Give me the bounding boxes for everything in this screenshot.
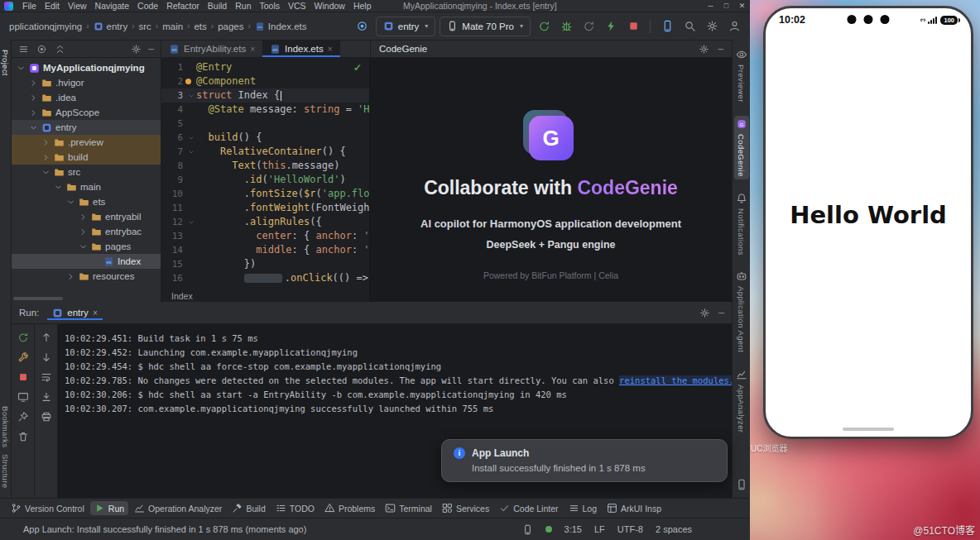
line-number[interactable]: 15 <box>161 257 188 271</box>
tree-item-hvigor[interactable]: .hvigor <box>12 75 161 90</box>
expand-arrow-icon[interactable] <box>54 183 63 192</box>
toolwindow-run[interactable]: Run <box>90 501 128 515</box>
project-view-icon[interactable] <box>18 44 29 55</box>
stripe-previewer[interactable]: Previewer <box>734 46 749 105</box>
expand-arrow-icon[interactable] <box>79 227 88 237</box>
run-rerun-icon[interactable] <box>17 332 29 343</box>
close-button[interactable]: ✕ <box>734 2 750 10</box>
connected-device-icon[interactable] <box>522 524 533 535</box>
app-launch-notification[interactable]: i App Launch Install successfully finish… <box>441 439 728 482</box>
code-line-13[interactable]: 13 center: { anchor: '__ <box>161 229 369 243</box>
toolwindow-code-linter[interactable]: Code Linter <box>495 501 562 515</box>
code-line-9[interactable]: 9 .id('HelloWorld') <box>161 173 369 187</box>
run-tab-entry[interactable]: entry × <box>47 306 102 320</box>
code-editor[interactable]: 1@Entry2@Component3struct Index {4 @Stat… <box>161 58 370 302</box>
line-number[interactable]: 6 <box>161 131 188 145</box>
run-pin-icon[interactable] <box>17 411 29 423</box>
fold-icon[interactable] <box>188 215 196 229</box>
close-tab-icon[interactable]: × <box>250 45 255 54</box>
line-number[interactable]: 11 <box>161 201 188 215</box>
memory-indicator[interactable]: 3:15 <box>564 524 582 534</box>
collapse-all-icon[interactable] <box>55 44 65 55</box>
stripe-structure[interactable]: Structure <box>1 451 10 491</box>
toolwindow-todo[interactable]: TODO <box>271 501 319 515</box>
panel-options-icon[interactable] <box>131 44 142 55</box>
code-line-8[interactable]: 8 Text(this.message) <box>161 159 369 173</box>
code-line-7[interactable]: 7 RelativeContainer() { <box>161 145 369 159</box>
line-number[interactable]: 3 <box>161 88 188 103</box>
line-ending-indicator[interactable]: LF <box>594 524 605 534</box>
rerun-button[interactable] <box>535 17 553 36</box>
breadcrumb-pplicationqjmying[interactable]: pplicationqjmying <box>7 21 84 32</box>
menu-refactor[interactable]: Refactor <box>162 1 204 11</box>
tree-item-main[interactable]: main <box>12 179 161 194</box>
console-link-reinstall[interactable]: reinstall the modules. <box>619 375 732 385</box>
line-number[interactable]: 12 <box>161 215 188 229</box>
expand-arrow-icon[interactable] <box>41 168 50 177</box>
run-wrench-icon[interactable] <box>17 351 29 363</box>
breadcrumb-pages[interactable]: pages <box>215 21 246 32</box>
tree-item-pages[interactable]: pages <box>12 239 161 254</box>
breadcrumb-index-ets[interactable]: etsIndex.ets <box>252 21 310 32</box>
tree-item-resources[interactable]: resources <box>12 269 161 284</box>
menu-window[interactable]: Window <box>310 1 349 11</box>
tree-item-entrybac[interactable]: entrybac <box>12 224 161 239</box>
hide-panel-icon[interactable]: ─ <box>148 45 154 54</box>
stripe-codegenie[interactable]: GCodeGenie <box>734 116 749 179</box>
fold-icon[interactable] <box>188 88 196 103</box>
run-screen-icon[interactable] <box>17 391 29 403</box>
menu-code[interactable]: Code <box>133 1 162 11</box>
code-line-16[interactable]: 16 .onClick(() => { <box>161 271 369 285</box>
codegenie-settings-icon[interactable] <box>699 44 709 55</box>
attach-debugger-button[interactable] <box>602 17 620 36</box>
tree-item-build[interactable]: build <box>12 150 161 165</box>
tree-item-entryabil[interactable]: entryabil <box>12 209 161 224</box>
menu-file[interactable]: File <box>18 1 41 11</box>
phone-mirror-window[interactable]: 10:02 ‹·› 100 Hello World <box>763 6 973 439</box>
code-line-5[interactable]: 5 <box>161 117 369 131</box>
breadcrumb-ets[interactable]: ets <box>191 21 209 32</box>
line-number[interactable]: 7 <box>161 145 188 159</box>
menu-view[interactable]: View <box>64 1 91 11</box>
toolwindow-build[interactable]: Build <box>228 501 269 515</box>
toolwindow-operation-analyzer[interactable]: Operation Analyzer <box>130 501 226 515</box>
profiler-button[interactable] <box>579 17 598 36</box>
expand-arrow-icon[interactable] <box>29 79 38 88</box>
run-config-select[interactable]: entry▾ <box>376 17 436 36</box>
line-number[interactable]: 13 <box>161 229 188 243</box>
line-number[interactable]: 1 <box>161 60 188 74</box>
fold-icon[interactable] <box>188 145 196 159</box>
expand-arrow-icon[interactable] <box>79 242 88 251</box>
expand-arrow-icon[interactable] <box>41 153 50 162</box>
close-tab-icon[interactable]: × <box>328 45 333 54</box>
line-number[interactable]: 8 <box>161 159 188 173</box>
fold-icon[interactable] <box>188 131 196 145</box>
run-hide-icon[interactable]: ─ <box>718 308 724 318</box>
code-line-2[interactable]: 2@Component <box>161 74 369 88</box>
stripe-bookmarks[interactable]: Bookmarks <box>1 403 10 451</box>
menu-vcs[interactable]: VCS <box>284 1 310 11</box>
code-line-1[interactable]: 1@Entry <box>161 60 369 74</box>
stripe-appanalyzer[interactable]: AppAnalyzer <box>734 366 749 435</box>
menu-build[interactable]: Build <box>204 1 231 11</box>
stripe-device[interactable] <box>734 476 749 493</box>
menu-tools[interactable]: Tools <box>255 1 284 11</box>
expand-arrow-icon[interactable] <box>66 272 75 281</box>
debug-button[interactable] <box>557 17 575 36</box>
run-target-icon[interactable] <box>353 17 372 36</box>
line-number[interactable]: 5 <box>161 117 188 131</box>
maximize-button[interactable]: □ <box>718 2 734 10</box>
stripe-application-agent[interactable]: Application Agent <box>734 268 749 355</box>
minimize-button[interactable]: ─ <box>703 2 718 10</box>
line-number[interactable]: 14 <box>161 243 188 257</box>
menu-help[interactable]: Help <box>349 1 376 11</box>
code-line-14[interactable]: 14 middle: { anchor: '__ <box>161 243 369 257</box>
console-arrow-up-icon[interactable] <box>41 332 52 343</box>
close-icon[interactable]: × <box>93 308 98 318</box>
run-stop-square-icon[interactable] <box>17 371 29 383</box>
line-number[interactable]: 2 <box>161 74 188 88</box>
editor-breadcrumb[interactable]: Index <box>161 289 369 302</box>
search-everywhere-button[interactable] <box>680 17 699 36</box>
line-number[interactable]: 16 <box>161 271 188 285</box>
toolwindow-problems[interactable]: Problems <box>320 501 379 515</box>
